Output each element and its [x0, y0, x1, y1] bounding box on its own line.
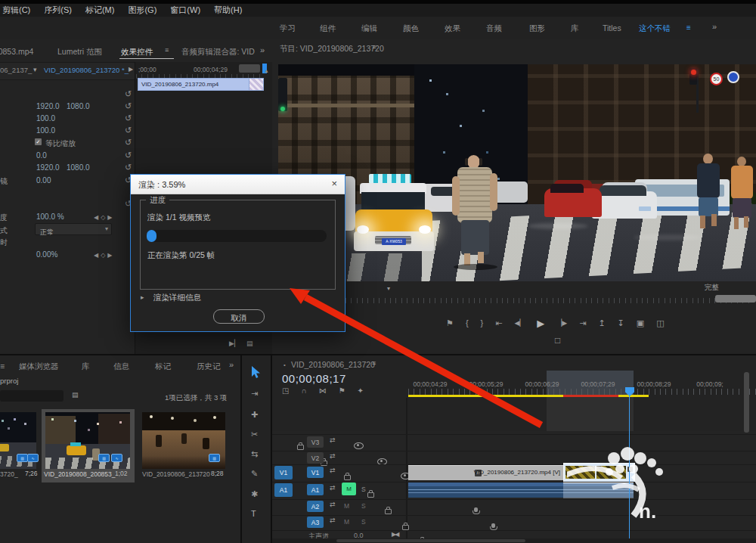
menu-clip[interactable]: 剪辑(C) — [2, 5, 30, 16]
ecp-timeline-toggle-icon[interactable]: ▶ — [129, 67, 133, 73]
workspace-tab-audio[interactable]: 音频 — [486, 23, 502, 34]
workspace-tab-assembly[interactable]: 组件 — [320, 23, 336, 34]
view-toggle-icon[interactable]: ▤ — [72, 392, 79, 399]
v2-track-label[interactable]: V2 — [307, 452, 324, 464]
timeline-tab[interactable]: VID_20190806_213720 — [291, 360, 375, 369]
ecp-tab-lumetri[interactable]: Lumetri 范围 — [57, 47, 102, 57]
dialog-close-icon[interactable]: × — [331, 178, 337, 189]
workspace-tab-titles[interactable]: Titles — [603, 23, 621, 33]
project-search-input[interactable] — [0, 390, 64, 402]
param-time-remap[interactable]: 0.00% — [36, 250, 57, 259]
project-corner-tab[interactable]: ≡ — [0, 361, 5, 371]
param-anchor-y[interactable]: 1080.0 — [67, 163, 90, 172]
export-frame-icon[interactable]: ▣ — [637, 319, 644, 327]
zoom-level-chevron[interactable]: ▾ — [387, 286, 390, 292]
program-panel-menu-icon[interactable]: ≡ — [372, 44, 376, 51]
a1-track-label[interactable]: A1 — [307, 484, 324, 495]
project-overflow-icon[interactable]: » — [229, 361, 234, 369]
a3-sync-icon[interactable]: ⇄ — [330, 517, 336, 524]
a2-voiceover-icon[interactable] — [474, 507, 478, 512]
playback-resolution-dropdown[interactable]: 完整 — [705, 283, 719, 293]
reset-position-icon[interactable]: ↺ — [125, 101, 132, 111]
workspace-overflow-icon[interactable]: » — [712, 23, 717, 31]
a2-track-label[interactable]: A2 — [307, 501, 324, 512]
tab-media-browser[interactable]: 媒体浏览器 — [19, 361, 59, 372]
a3-lock-icon[interactable] — [402, 525, 409, 530]
param-rotation[interactable]: 0.0 — [36, 151, 47, 160]
program-tab[interactable]: 节目: VID_20190806_213720 — [280, 44, 384, 54]
workspace-tab-editing[interactable]: 编辑 — [361, 23, 377, 34]
param-anchor-x[interactable]: 1920.0 — [36, 163, 60, 172]
param-scale[interactable]: 100.0 — [36, 114, 55, 123]
extract-icon[interactable]: ↧ — [618, 319, 624, 327]
workspace-tab-graphics[interactable]: 图形 — [529, 23, 545, 34]
step-back-icon[interactable]: ◀▏ — [514, 320, 525, 327]
uniform-scale-checkbox[interactable]: ✓ — [35, 138, 42, 145]
time-remap-keyframe-nav[interactable]: ◀◇▶ — [94, 252, 114, 259]
cancel-button[interactable]: 取消 — [213, 309, 265, 324]
workspace-tab-active[interactable]: 这个不错 — [639, 23, 671, 34]
menu-marker[interactable]: 标记(M) — [85, 5, 115, 16]
reset-anchor-icon[interactable]: ↺ — [125, 163, 132, 172]
a2-solo-button[interactable]: S — [361, 502, 366, 510]
param-position-y[interactable]: 1080.0 — [67, 102, 90, 110]
render-details-expander[interactable]: 渲染详细信息 — [153, 293, 201, 303]
opacity-keyframe-nav[interactable]: ◀◇▶ — [94, 214, 114, 221]
ecp-tab-audio-mixer[interactable]: 音频剪辑混合器: VID — [181, 47, 255, 57]
v1-source-patch[interactable]: V1 — [274, 466, 293, 479]
export-frame-small-icon[interactable]: ▤ — [246, 340, 253, 347]
menu-help[interactable]: 帮助(H) — [214, 5, 242, 16]
v1-track-label[interactable]: V1 — [307, 467, 324, 478]
v3-lock-icon[interactable] — [297, 445, 304, 450]
reset-uniform-icon[interactable]: ↺ — [125, 138, 132, 147]
snap-icon[interactable]: ∩ — [301, 387, 306, 395]
ecp-clip-selector[interactable]: VID_20190806_213720 *_ — [44, 66, 129, 74]
workspace-tab-effects[interactable]: 效果 — [445, 23, 460, 34]
v3-track-label[interactable]: V3 — [307, 436, 324, 448]
play-button-icon[interactable]: ▶ — [537, 318, 544, 328]
goto-out-icon[interactable]: ⇥ — [579, 319, 586, 327]
program-ruler-ticks[interactable] — [278, 298, 750, 303]
menu-sequence[interactable]: 序列(S) — [44, 5, 72, 16]
timeline-clip-v1-selected[interactable] — [563, 463, 635, 482]
ecp-clip-dropdown-chevron[interactable]: ▾ — [33, 67, 37, 73]
selection-tool-icon[interactable] — [250, 366, 261, 379]
lift-icon[interactable]: ↥ — [598, 319, 605, 327]
a3-track-label[interactable]: A3 — [307, 517, 324, 528]
playhead-line[interactable] — [629, 387, 630, 538]
param-opacity[interactable]: 100.0 % — [36, 213, 64, 221]
v3-sync-icon[interactable]: ⇄ — [330, 437, 336, 444]
razor-tool-icon[interactable]: ✂ — [251, 430, 258, 439]
a1-lock-icon[interactable] — [367, 492, 374, 498]
a2-mute-button[interactable]: M — [344, 502, 349, 510]
tab-info[interactable]: 信息 — [113, 361, 129, 372]
ripple-edit-tool-icon[interactable]: ✚ — [251, 411, 258, 419]
workspace-tab-learn[interactable]: 学习 — [280, 23, 296, 34]
a1-mute-button[interactable]: M — [342, 482, 356, 495]
timeline-clip-v1[interactable]: fx VID_20190806_213720.mp4 [V] — [408, 465, 563, 480]
workspace-tab-color[interactable]: 颜色 — [403, 23, 419, 34]
tab-history[interactable]: 历史记 — [197, 361, 221, 372]
v2-sync-icon[interactable]: ⇄ — [330, 453, 336, 460]
slip-tool-icon[interactable]: ⇆ — [251, 450, 258, 458]
a3-voiceover-icon[interactable] — [491, 523, 495, 528]
fit-sequence-icon[interactable]: ▶◀ — [392, 531, 398, 538]
nest-icon[interactable]: ◳ — [282, 387, 289, 395]
timeline-marker-icon[interactable]: ⚑ — [339, 387, 345, 395]
track-select-tool-icon[interactable]: ⇥ — [251, 389, 258, 398]
workspace-tab-menu-icon[interactable]: ≡ — [686, 23, 691, 32]
a1-sync-icon[interactable]: ⇄ — [330, 485, 336, 492]
ecp-clip-bar[interactable]: VID_20190806_213720.mp4 — [138, 78, 249, 91]
timeline-panel-menu-icon[interactable]: ≡ — [372, 360, 376, 367]
ecp-collapse-icon[interactable]: ▲ — [264, 68, 269, 73]
reset-scale-width-icon[interactable]: ↺ — [125, 126, 132, 135]
step-forward-icon[interactable]: ▕▶ — [556, 320, 567, 327]
render-details-chevron[interactable]: ▸ — [141, 293, 144, 301]
tab-markers[interactable]: 标记 — [155, 361, 171, 372]
v1-sync-icon[interactable]: ⇄ — [330, 467, 336, 474]
a1-solo-button[interactable]: S — [361, 486, 366, 493]
linked-selection-icon[interactable]: ⋈ — [319, 387, 327, 395]
reset-rotation-icon[interactable]: ↺ — [125, 150, 132, 160]
play-around-icon[interactable]: ▶▏ — [229, 340, 240, 347]
pen-tool-icon[interactable]: ✎ — [251, 470, 258, 478]
